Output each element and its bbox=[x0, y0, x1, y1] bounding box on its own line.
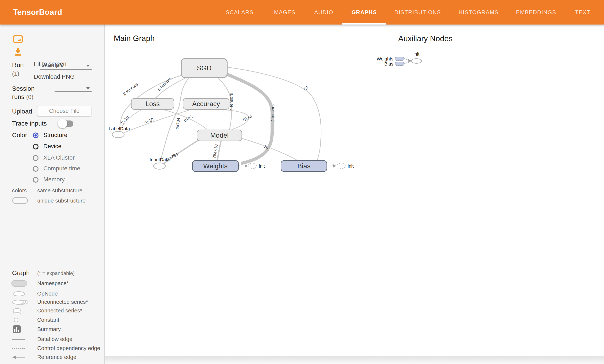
graph-node-model[interactable]: Model bbox=[197, 130, 242, 141]
same-substructure-label: same substructure bbox=[37, 187, 82, 194]
graph-node-accuracy[interactable]: Accuracy bbox=[183, 98, 229, 110]
colors-key-label: colors bbox=[12, 187, 27, 194]
upload-label: Upload bbox=[12, 108, 32, 115]
radio-xla-cluster-label[interactable]: XLA Cluster bbox=[43, 154, 75, 161]
toggle-knob bbox=[58, 119, 67, 128]
radio-compute-time-label[interactable]: Compute time bbox=[43, 165, 80, 172]
edge-label: ?×784 bbox=[175, 118, 181, 130]
radio-memory-label[interactable]: Memory bbox=[43, 176, 65, 183]
unique-substructure-swatch bbox=[12, 197, 28, 204]
tab-audio[interactable]: AUDIO bbox=[314, 0, 333, 24]
download-icon[interactable] bbox=[13, 48, 22, 56]
aux-init-node[interactable] bbox=[411, 58, 422, 64]
graph-node-weights[interactable]: Weights bbox=[192, 160, 239, 172]
trace-inputs-toggle[interactable] bbox=[60, 121, 73, 127]
tensorboard-app: TensorBoard SCALARS IMAGES AUDIO GRAPHS … bbox=[0, 0, 604, 364]
aux-bias-label: Bias bbox=[362, 61, 393, 67]
bias-init-label: init bbox=[348, 163, 354, 169]
legend-item-reference-edge: Reference edge bbox=[37, 354, 76, 360]
main-graph-title: Main Graph bbox=[114, 34, 155, 43]
session-runs-label-line2: runs (0) bbox=[12, 93, 33, 100]
trace-inputs-label: Trace inputs bbox=[12, 120, 47, 127]
graph-node-sgd[interactable]: SGD bbox=[181, 58, 227, 78]
radio-memory[interactable] bbox=[33, 177, 38, 183]
edge-label: 2 tensors bbox=[270, 104, 275, 122]
radio-xla-cluster[interactable] bbox=[33, 155, 38, 161]
tab-text[interactable]: TEXT bbox=[575, 0, 590, 24]
run-select-caret-icon[interactable] bbox=[86, 65, 90, 67]
session-select-caret-icon[interactable] bbox=[86, 87, 90, 89]
unique-substructure-label: unique substructure bbox=[37, 197, 86, 204]
opnode-icon bbox=[13, 291, 25, 296]
run-count: (1) bbox=[12, 70, 19, 77]
tab-graphs[interactable]: GRAPHS bbox=[352, 0, 377, 24]
legend-item-namespace: Namespace* bbox=[37, 280, 69, 287]
aux-bias-node[interactable] bbox=[395, 62, 404, 66]
graph-node-labeldata-label: LabelData bbox=[109, 126, 130, 132]
radio-device[interactable] bbox=[33, 144, 38, 149]
weights-init-label: init bbox=[259, 163, 265, 169]
horizontal-scrollbar[interactable] bbox=[105, 356, 604, 364]
bias-init-node[interactable] bbox=[337, 163, 346, 169]
legend-item-dataflow-edge: Dataflow edge bbox=[37, 336, 72, 342]
namespace-icon bbox=[12, 280, 27, 287]
tab-histograms[interactable]: HISTOGRAMS bbox=[458, 0, 498, 24]
session-select-underline[interactable] bbox=[55, 91, 92, 92]
aux-init-label: init bbox=[410, 51, 423, 57]
legend-item-opnode: OpNode bbox=[37, 291, 58, 297]
legend-item-summary: Summary bbox=[37, 326, 61, 332]
reference-edge-icon bbox=[12, 355, 25, 359]
run-select-underline bbox=[40, 69, 92, 70]
legend-title: Graph bbox=[12, 269, 30, 277]
session-runs-count: (0) bbox=[26, 94, 33, 100]
weights-init-node[interactable] bbox=[248, 163, 257, 169]
graph-node-bias[interactable]: Bias bbox=[281, 160, 327, 172]
graph-node-inputdata[interactable] bbox=[153, 163, 166, 170]
graph-node-inputdata-label: InputData bbox=[150, 157, 170, 163]
app-header: TensorBoard SCALARS IMAGES AUDIO GRAPHS … bbox=[0, 0, 604, 24]
tab-distributions[interactable]: DISTRIBUTIONS bbox=[394, 0, 441, 24]
legend-item-connected-series: Connected series* bbox=[37, 307, 82, 314]
choose-file-button[interactable]: Choose File bbox=[37, 106, 91, 116]
radio-structure[interactable] bbox=[33, 133, 38, 138]
radio-device-label[interactable]: Device bbox=[43, 143, 62, 150]
legend-item-control-dependency-edge: Control dependency edge bbox=[37, 345, 100, 352]
graph-controls-sidebar: Fit to screen Download PNG Run (1) examp… bbox=[0, 24, 105, 364]
auxiliary-nodes-title: Auxiliary Nodes bbox=[398, 34, 453, 43]
dataflow-edge-icon bbox=[12, 339, 25, 340]
download-png-button[interactable]: Download PNG bbox=[34, 73, 75, 80]
control-dependency-edge-icon bbox=[12, 348, 25, 349]
tab-scalars[interactable]: SCALARS bbox=[226, 0, 253, 24]
graph-node-loss[interactable]: Loss bbox=[131, 98, 174, 110]
run-select-value[interactable]: example bbox=[41, 61, 64, 68]
aux-weights-node[interactable] bbox=[395, 57, 404, 61]
app-title: TensorBoard bbox=[13, 0, 62, 24]
color-group-label: Color bbox=[12, 132, 27, 139]
constant-icon bbox=[14, 318, 18, 322]
aux-weights-label: Weights bbox=[362, 56, 393, 62]
radio-compute-time[interactable] bbox=[33, 166, 38, 172]
legend-item-unconnected-series: Unconnected series* bbox=[37, 299, 88, 305]
summary-icon bbox=[13, 325, 21, 333]
legend-item-constant: Constant bbox=[37, 317, 59, 323]
radio-structure-label[interactable]: Structure bbox=[43, 132, 67, 138]
session-runs-label-line1: Session bbox=[12, 85, 35, 92]
tab-embeddings[interactable]: EMBEDDINGS bbox=[516, 0, 556, 24]
graph-node-labeldata[interactable] bbox=[112, 131, 125, 138]
active-tab-indicator bbox=[342, 23, 386, 24]
legend-expandable-note: (* = expandable) bbox=[37, 270, 75, 276]
tab-images[interactable]: IMAGES bbox=[272, 0, 295, 24]
fit-to-screen-icon[interactable] bbox=[13, 35, 23, 43]
run-label: Run bbox=[12, 61, 24, 69]
